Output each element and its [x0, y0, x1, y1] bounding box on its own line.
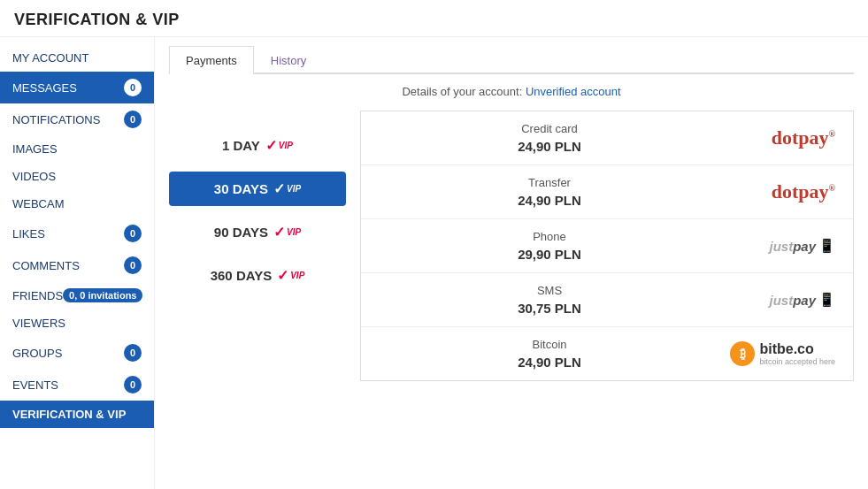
- duration-90days-label: 90 DAYS: [214, 225, 268, 240]
- sidebar-item-label: LIKES: [12, 227, 124, 241]
- vip-check-1day: ✓ VIP: [265, 137, 293, 154]
- content-area: MY ACCOUNT MESSAGES 0 NOTIFICATIONS 0 IM…: [0, 37, 868, 489]
- duration-1day-label: 1 DAY: [222, 138, 260, 153]
- sidebar-item-label: MY ACCOUNT: [12, 51, 142, 65]
- dotpay-logo-1: dotpay®: [772, 126, 835, 149]
- payment-logo-bitbe: ₿ bitbe.co bitcoin accepted here: [720, 341, 835, 366]
- payment-logo-dotpay-1: dotpay®: [720, 126, 835, 149]
- payment-methods-list: Credit card 24,90 PLN dotpay® Transfer 2…: [360, 111, 854, 381]
- duration-selector: 1 DAY ✓ VIP 30 DAYS ✓ VIP: [169, 111, 346, 381]
- payment-info-sms: SMS 30,75 PLN: [379, 284, 720, 316]
- justpay-logo-2: justpay 📱: [769, 292, 835, 308]
- tab-payments-label: Payments: [186, 54, 237, 67]
- duration-360days-label: 360 DAYS: [211, 268, 273, 283]
- tab-history[interactable]: History: [254, 46, 323, 74]
- sidebar-item-comments[interactable]: COMMENTS 0: [0, 249, 154, 281]
- duration-30days-label: 30 DAYS: [214, 181, 268, 196]
- sidebar-item-likes[interactable]: LIKES 0: [0, 218, 154, 249]
- account-details-bar: Details of your account: Unverified acco…: [169, 85, 854, 98]
- messages-badge: 0: [124, 79, 142, 96]
- vip-check-30days: ✓ VIP: [273, 180, 301, 197]
- notifications-badge: 0: [124, 111, 142, 128]
- page-header: VERIFICATION & VIP: [0, 0, 868, 37]
- duration-90days[interactable]: 90 DAYS ✓ VIP: [169, 215, 346, 249]
- payment-amount-credit-card: 24,90 PLN: [379, 139, 720, 154]
- payment-row-credit-card[interactable]: Credit card 24,90 PLN dotpay®: [361, 111, 853, 165]
- justpay-logo-1: justpay 📱: [769, 238, 835, 254]
- sidebar-item-my-account[interactable]: MY ACCOUNT: [0, 44, 154, 72]
- bitbe-logo: ₿ bitbe.co bitcoin accepted here: [730, 341, 835, 366]
- dotpay-logo-2: dotpay®: [772, 180, 835, 203]
- wifi-icon-2: 📱: [818, 292, 835, 308]
- sidebar: MY ACCOUNT MESSAGES 0 NOTIFICATIONS 0 IM…: [0, 37, 155, 489]
- payment-name-phone: Phone: [379, 230, 720, 243]
- bitcoin-icon: ₿: [730, 341, 755, 366]
- sidebar-item-label: WEBCAM: [12, 197, 142, 210]
- sidebar-item-label: FRIENDS: [12, 289, 63, 302]
- sidebar-item-label: VERIFICATION & VIP: [12, 408, 142, 421]
- payment-name-bitcoin: Bitcoin: [379, 338, 720, 351]
- payment-row-transfer[interactable]: Transfer 24,90 PLN dotpay®: [361, 165, 853, 219]
- sidebar-item-friends[interactable]: FRIENDS 0, 0 invitations: [0, 281, 154, 309]
- payment-row-bitcoin[interactable]: Bitcoin 24,90 PLN ₿ bitbe.co bitcoin acc…: [361, 327, 853, 380]
- payment-amount-transfer: 24,90 PLN: [379, 193, 720, 208]
- payment-logo-justpay-1: justpay 📱: [720, 238, 835, 254]
- page-title: VERIFICATION & VIP: [14, 11, 854, 29]
- sidebar-item-webcam[interactable]: WEBCAM: [0, 190, 154, 218]
- tab-history-label: History: [271, 54, 306, 67]
- sidebar-item-label: IMAGES: [12, 142, 142, 156]
- account-details-label: Details of your account:: [402, 85, 522, 98]
- sidebar-item-events[interactable]: EVENTS 0: [0, 369, 154, 401]
- sidebar-item-label: VIDEOS: [12, 170, 142, 183]
- tabs-bar: Payments History: [169, 46, 854, 74]
- payment-row-sms[interactable]: SMS 30,75 PLN justpay 📱: [361, 273, 853, 327]
- sidebar-item-label: GROUPS: [12, 347, 124, 360]
- account-details-value: Unverified account: [526, 85, 621, 98]
- sidebar-item-videos[interactable]: VIDEOS: [0, 163, 154, 190]
- payment-name-transfer: Transfer: [379, 176, 720, 189]
- duration-30days[interactable]: 30 DAYS ✓ VIP: [169, 172, 346, 206]
- payment-amount-phone: 29,90 PLN: [379, 247, 720, 262]
- payment-info-transfer: Transfer 24,90 PLN: [379, 176, 720, 208]
- sidebar-item-images[interactable]: IMAGES: [0, 135, 154, 163]
- sidebar-item-label: VIEWERS: [12, 317, 142, 330]
- payment-info-phone: Phone 29,90 PLN: [379, 230, 720, 262]
- tab-payments[interactable]: Payments: [169, 46, 254, 74]
- friends-badge: 0, 0 invitations: [63, 288, 142, 302]
- sidebar-item-label: NOTIFICATIONS: [12, 113, 124, 126]
- payment-info-bitcoin: Bitcoin 24,90 PLN: [379, 338, 720, 370]
- vip-check-90days: ✓ VIP: [273, 224, 301, 241]
- vip-check-360days: ✓ VIP: [277, 267, 304, 284]
- payment-row-phone[interactable]: Phone 29,90 PLN justpay 📱: [361, 219, 853, 273]
- sidebar-item-notifications[interactable]: NOTIFICATIONS 0: [0, 103, 154, 135]
- sidebar-item-viewers[interactable]: VIEWERS: [0, 309, 154, 337]
- comments-badge: 0: [124, 256, 142, 274]
- main-content: Payments History Details of your account…: [155, 37, 868, 489]
- payment-name-sms: SMS: [379, 284, 720, 297]
- sidebar-item-label: EVENTS: [12, 378, 124, 392]
- sidebar-item-label: COMMENTS: [12, 259, 124, 272]
- payment-logo-justpay-2: justpay 📱: [720, 292, 835, 308]
- bitbe-text: bitbe.co bitcoin accepted here: [759, 341, 835, 366]
- payment-amount-sms: 30,75 PLN: [379, 301, 720, 316]
- sidebar-item-verification-vip[interactable]: VERIFICATION & VIP: [0, 401, 154, 428]
- duration-360days[interactable]: 360 DAYS ✓ VIP: [169, 258, 346, 293]
- wifi-icon-1: 📱: [818, 238, 835, 254]
- events-badge: 0: [124, 376, 142, 393]
- sidebar-item-groups[interactable]: GROUPS 0: [0, 337, 154, 369]
- page-wrapper: VERIFICATION & VIP MY ACCOUNT MESSAGES 0…: [0, 0, 868, 489]
- duration-1day[interactable]: 1 DAY ✓ VIP: [169, 128, 346, 163]
- payment-logo-dotpay-2: dotpay®: [720, 180, 835, 203]
- sidebar-item-messages[interactable]: MESSAGES 0: [0, 72, 154, 103]
- payment-info-credit-card: Credit card 24,90 PLN: [379, 122, 720, 154]
- likes-badge: 0: [124, 225, 142, 242]
- payment-amount-bitcoin: 24,90 PLN: [379, 355, 720, 370]
- payment-layout: 1 DAY ✓ VIP 30 DAYS ✓ VIP: [169, 111, 854, 381]
- payment-name-credit-card: Credit card: [379, 122, 720, 135]
- sidebar-item-label: MESSAGES: [12, 81, 124, 95]
- groups-badge: 0: [124, 344, 142, 362]
